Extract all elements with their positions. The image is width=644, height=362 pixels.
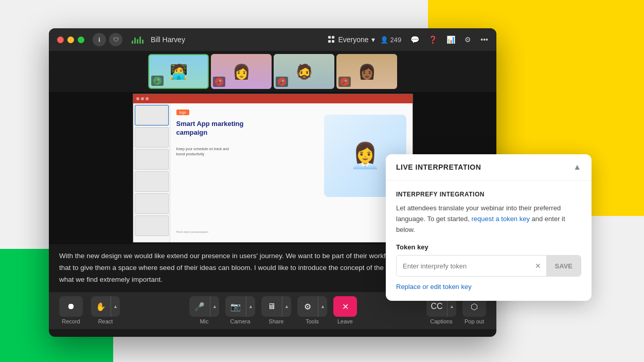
mic-label: Mic — [200, 318, 208, 324]
request-token-link[interactable]: request a token key — [471, 215, 529, 223]
leave-label: Leave — [337, 318, 353, 324]
slide-panel — [133, 103, 170, 242]
react-control: ✋ ▲ React — [91, 296, 120, 324]
video-thumb-1[interactable]: 🧑‍💻 🎤 — [148, 54, 209, 89]
share-arrow[interactable]: ▲ — [282, 296, 291, 317]
mic-indicator-3: 🎤 — [276, 77, 288, 87]
mic-muted-icon: 🎤 — [215, 78, 223, 86]
audio-indicator — [132, 35, 144, 44]
mic-indicator-2: 🎤 — [213, 77, 225, 87]
chevron-down-icon: ▾ — [371, 35, 375, 44]
interpretation-title: LIVE INTERPRETATION — [396, 163, 481, 171]
leave-button[interactable]: ✕ — [333, 296, 357, 317]
camera-control: 📷 ▲ Camera — [225, 296, 255, 324]
presentation-topbar — [133, 94, 413, 103]
mic-button[interactable]: 🎤 — [189, 296, 210, 317]
record-control: ⏺ Record — [59, 296, 83, 324]
person-icon: 👤 — [380, 36, 388, 44]
interprefy-section-title: INTERPREFY INTEGRATION — [396, 191, 581, 198]
share-label: Share — [269, 318, 283, 324]
qa-icon[interactable]: ❓ — [428, 35, 437, 44]
share-button[interactable]: 🖥 — [261, 296, 282, 317]
security-icon[interactable]: 🛡 — [109, 33, 122, 46]
replace-token-link[interactable]: Replace or edit token key — [396, 283, 581, 291]
mic-arrow[interactable]: ▲ — [210, 296, 219, 317]
toolbar-center: 🎤 ▲ Mic 📷 ▲ Camera 🖥 ▲ Share — [189, 296, 357, 324]
slide-subtitle: Keep your schedule on track and boost pr… — [176, 147, 238, 157]
participant-count[interactable]: 👤 249 — [380, 36, 402, 44]
captions-label: Captions — [430, 318, 452, 324]
slide-pitch-label: Pitch deck presentation — [176, 230, 208, 233]
token-save-button[interactable]: SAVE — [546, 256, 581, 276]
slide-content: logo Smart App marketing campaign Keep y… — [176, 110, 406, 236]
video-strip: 🧑‍💻 🎤 👩 🎤 🧔 🎤 👩🏾 🎤 — [49, 51, 496, 92]
interpretation-body: INTERPREFY INTEGRATION Let attendees tra… — [386, 180, 592, 301]
mic-muted-icon: 🎤 — [278, 78, 286, 86]
poll-icon[interactable]: 📊 — [446, 35, 455, 44]
slide-main: logo Smart App marketing campaign Keep y… — [170, 103, 413, 242]
slide-thumb-4[interactable] — [135, 171, 169, 192]
settings-icon[interactable]: ⚙ — [464, 35, 471, 44]
interpretation-header: LIVE INTERPRETATION ▲ — [386, 154, 592, 180]
host-name: Bill Harvey — [151, 35, 323, 44]
toolbar-left: ⏺ Record ✋ ▲ React — [59, 296, 120, 324]
slide-thumb-3[interactable] — [135, 149, 169, 170]
share-control: 🖥 ▲ Share — [261, 296, 291, 324]
everyone-selector[interactable]: Everyone ▾ — [328, 35, 374, 44]
title-bar: ℹ 🛡 Bill Harvey Everyone ▾ 👤 249 💬 — [49, 28, 496, 51]
tools-btn-group: ⚙ ▲ — [297, 296, 327, 317]
video-thumb-2[interactable]: 👩 🎤 — [211, 54, 272, 89]
record-label: Record — [62, 318, 80, 324]
titlebar-icons: ℹ 🛡 — [93, 33, 122, 46]
camera-btn-group: 📷 ▲ — [225, 296, 255, 317]
collapse-button[interactable]: ▲ — [573, 162, 581, 172]
slide-thumb-6[interactable] — [135, 215, 169, 236]
info-icon[interactable]: ℹ — [93, 33, 106, 46]
mic-indicator-4: 🎤 — [338, 77, 351, 87]
video-thumb-4[interactable]: 👩🏾 🎤 — [336, 54, 397, 89]
interpretation-panel: LIVE INTERPRETATION ▲ INTERPREFY INTEGRA… — [386, 154, 592, 301]
everyone-label: Everyone — [338, 35, 368, 44]
tools-label: Tools — [306, 318, 319, 324]
camera-label: Camera — [230, 318, 250, 324]
token-clear-button[interactable]: ✕ — [530, 256, 546, 276]
mic-muted-icon: 🎤 — [341, 78, 349, 86]
chat-icon[interactable]: 💬 — [410, 35, 419, 44]
record-button[interactable]: ⏺ — [59, 296, 83, 317]
video-thumb-3[interactable]: 🧔 🎤 — [274, 54, 334, 89]
titlebar-right-actions: 👤 249 💬 ❓ 📊 ⚙ ••• — [380, 35, 488, 44]
react-arrow[interactable]: ▲ — [111, 296, 120, 317]
slide-thumb-5[interactable] — [135, 193, 169, 214]
mic-on-icon: 🎤 — [153, 77, 162, 85]
react-label: React — [98, 318, 113, 324]
interprefy-description: Let attendees translate your webinar int… — [396, 203, 581, 235]
maximize-button[interactable] — [78, 37, 84, 43]
mic-indicator-1: 🎤 — [151, 76, 164, 86]
popout-label: Pop out — [464, 318, 484, 324]
tools-button[interactable]: ⚙ — [297, 296, 318, 317]
share-btn-group: 🖥 ▲ — [261, 296, 291, 317]
slide-logo: logo — [176, 110, 189, 115]
react-btn-group: ✋ ▲ — [91, 296, 120, 317]
token-input[interactable] — [397, 257, 530, 275]
react-button[interactable]: ✋ — [91, 296, 111, 317]
token-input-row: ✕ SAVE — [396, 255, 581, 277]
minimize-button[interactable] — [67, 37, 74, 43]
mic-btn-group: 🎤 ▲ — [189, 296, 219, 317]
mic-control: 🎤 ▲ Mic — [189, 296, 219, 324]
camera-button[interactable]: 📷 — [225, 296, 246, 317]
tools-arrow[interactable]: ▲ — [318, 296, 327, 317]
camera-arrow[interactable]: ▲ — [246, 296, 255, 317]
slide-title: Smart App marketing campaign — [176, 120, 248, 137]
tools-control: ⚙ ▲ Tools — [297, 296, 327, 324]
slide-thumb-1[interactable] — [135, 105, 169, 125]
record-btn-group: ⏺ — [59, 296, 83, 317]
presentation-window: logo Smart App marketing campaign Keep y… — [133, 94, 413, 243]
traffic-lights — [57, 37, 84, 43]
slide-thumb-2[interactable] — [135, 127, 169, 148]
close-button[interactable] — [57, 37, 64, 43]
presentation-body: logo Smart App marketing campaign Keep y… — [133, 103, 413, 242]
leave-control: ✕ Leave — [333, 296, 357, 324]
more-icon[interactable]: ••• — [480, 35, 488, 44]
grid-icon — [328, 36, 335, 43]
